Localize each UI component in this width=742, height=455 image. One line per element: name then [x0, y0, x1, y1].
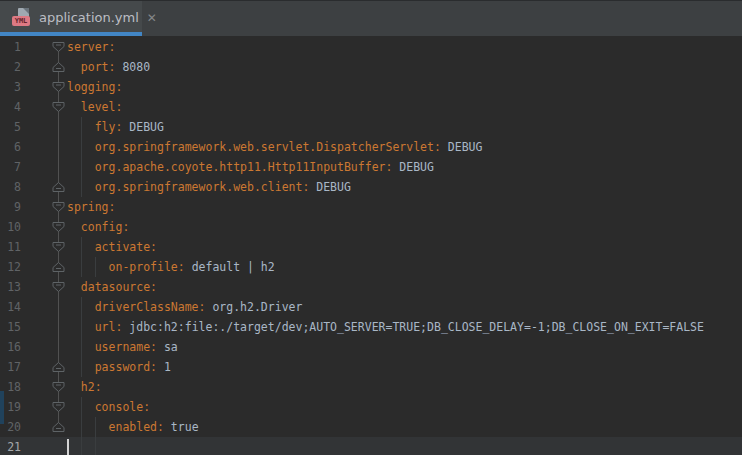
- yaml-key: fly:: [67, 120, 122, 134]
- yaml-value: DEBUG: [309, 180, 351, 194]
- code-text[interactable]: port: 8080: [67, 57, 742, 77]
- editor-line[interactable]: 17 password: 1: [0, 357, 742, 377]
- editor-line[interactable]: 4 level:: [0, 97, 742, 117]
- yaml-key: driverClassName:: [67, 300, 205, 314]
- code-text[interactable]: org.springframework.web.servlet.Dispatch…: [67, 137, 742, 157]
- editor-line[interactable]: 14 driverClassName: org.h2.Driver: [0, 297, 742, 317]
- editor-line[interactable]: 1server:: [0, 37, 742, 57]
- tab-application-yml[interactable]: YML application.yml ✕: [0, 1, 142, 36]
- yaml-file-icon: YML: [12, 8, 31, 27]
- line-number: 5: [0, 117, 21, 137]
- editor-line[interactable]: 6 org.springframework.web.servlet.Dispat…: [0, 137, 742, 157]
- code-text[interactable]: username: sa: [67, 337, 742, 357]
- code-text[interactable]: level:: [67, 97, 742, 117]
- code-text[interactable]: password: 1: [67, 357, 742, 377]
- yaml-value: default | h2: [185, 260, 275, 274]
- line-number: 21: [0, 437, 21, 455]
- tab-title: application.yml: [39, 10, 139, 25]
- yaml-key: org.apache.coyote.http11.Http11InputBuff…: [67, 160, 392, 174]
- editor-line[interactable]: 7 org.apache.coyote.http11.Http11InputBu…: [0, 157, 742, 177]
- editor-line[interactable]: 13 datasource:: [0, 277, 742, 297]
- fold-open-icon[interactable]: [21, 277, 67, 297]
- fold-gutter: [21, 157, 67, 177]
- editor-line[interactable]: 8 org.springframework.web.client: DEBUG: [0, 177, 742, 197]
- yaml-value: DEBUG: [122, 120, 164, 134]
- indent-guide: [81, 337, 82, 357]
- editor-line[interactable]: 5 fly: DEBUG: [0, 117, 742, 137]
- fold-close-icon[interactable]: [21, 357, 67, 377]
- indent-guide: [81, 257, 82, 277]
- code-text[interactable]: [67, 437, 742, 455]
- code-text[interactable]: driverClassName: org.h2.Driver: [67, 297, 742, 317]
- code-text[interactable]: url: jdbc:h2:file:./target/dev;AUTO_SERV…: [67, 317, 742, 337]
- indent-guide: [95, 437, 96, 455]
- yaml-value: DEBUG: [392, 160, 434, 174]
- yaml-key: datasource:: [67, 280, 157, 294]
- indent-guide: [81, 297, 82, 317]
- editor-line[interactable]: 12 on-profile: default | h2: [0, 257, 742, 277]
- fold-close-icon[interactable]: [21, 417, 67, 437]
- code-text[interactable]: server:: [67, 37, 742, 57]
- fold-close-icon[interactable]: [21, 177, 67, 197]
- yaml-value: DEBUG: [441, 140, 483, 154]
- line-number: 7: [0, 157, 21, 177]
- line-number: 16: [0, 337, 21, 357]
- indent-guide: [95, 257, 96, 277]
- fold-gutter: [21, 337, 67, 357]
- editor-line[interactable]: 3logging:: [0, 77, 742, 97]
- code-editor[interactable]: 1server:2 port: 80803logging:4 level:5 f…: [0, 36, 742, 455]
- editor-line[interactable]: 2 port: 8080: [0, 57, 742, 77]
- line-number: 8: [0, 177, 21, 197]
- line-number: 1: [0, 37, 21, 57]
- indent-guide: [81, 397, 82, 417]
- tab-close-icon[interactable]: ✕: [147, 12, 157, 24]
- editor-line[interactable]: 19 console:: [0, 397, 742, 417]
- code-text[interactable]: on-profile: default | h2: [67, 257, 742, 277]
- code-text[interactable]: datasource:: [67, 277, 742, 297]
- fold-open-icon[interactable]: [21, 77, 67, 97]
- yaml-key: port:: [67, 60, 115, 74]
- editor-line[interactable]: 9spring:: [0, 197, 742, 217]
- code-text[interactable]: h2:: [67, 377, 742, 397]
- fold-gutter: [21, 437, 67, 455]
- code-text[interactable]: logging:: [67, 77, 742, 97]
- code-text[interactable]: fly: DEBUG: [67, 117, 742, 137]
- fold-close-icon[interactable]: [21, 57, 67, 77]
- code-text[interactable]: org.springframework.web.client: DEBUG: [67, 177, 742, 197]
- yaml-key: level:: [67, 100, 122, 114]
- fold-open-icon[interactable]: [21, 197, 67, 217]
- indent-guide: [81, 417, 82, 437]
- editor-line[interactable]: 20 enabled: true: [0, 417, 742, 437]
- code-text[interactable]: config:: [67, 217, 742, 237]
- editor-line[interactable]: 21: [0, 437, 742, 455]
- code-text[interactable]: enabled: true: [67, 417, 742, 437]
- fold-open-icon[interactable]: [21, 37, 67, 57]
- fold-open-icon[interactable]: [21, 237, 67, 257]
- code-text[interactable]: org.apache.coyote.http11.Http11InputBuff…: [67, 157, 742, 177]
- indent-guide: [81, 357, 82, 377]
- line-number: 17: [0, 357, 21, 377]
- yaml-value: jdbc:h2:file:./target/dev;AUTO_SERVER=TR…: [122, 320, 704, 334]
- editor-line[interactable]: 11 activate:: [0, 237, 742, 257]
- fold-gutter: [21, 317, 67, 337]
- editor-line[interactable]: 18 h2:: [0, 377, 742, 397]
- editor-line[interactable]: 10 config:: [0, 217, 742, 237]
- fold-open-icon[interactable]: [21, 377, 67, 397]
- yaml-key: spring:: [67, 200, 115, 214]
- code-text[interactable]: activate:: [67, 237, 742, 257]
- yaml-value: true: [164, 420, 199, 434]
- text-caret: [67, 439, 69, 455]
- indent-guide: [81, 177, 82, 197]
- line-number: 3: [0, 77, 21, 97]
- fold-open-icon[interactable]: [21, 217, 67, 237]
- code-text[interactable]: spring:: [67, 197, 742, 217]
- editor-line[interactable]: 15 url: jdbc:h2:file:./target/dev;AUTO_S…: [0, 317, 742, 337]
- editor-line[interactable]: 16 username: sa: [0, 337, 742, 357]
- fold-open-icon[interactable]: [21, 397, 67, 417]
- yaml-key: logging:: [67, 80, 122, 94]
- fold-close-icon[interactable]: [21, 257, 67, 277]
- code-text[interactable]: console:: [67, 397, 742, 417]
- editor-tab-bar: YML application.yml ✕: [0, 0, 742, 36]
- fold-open-icon[interactable]: [21, 97, 67, 117]
- ide-window: YML application.yml ✕ 1server:2 port: 80…: [0, 0, 742, 455]
